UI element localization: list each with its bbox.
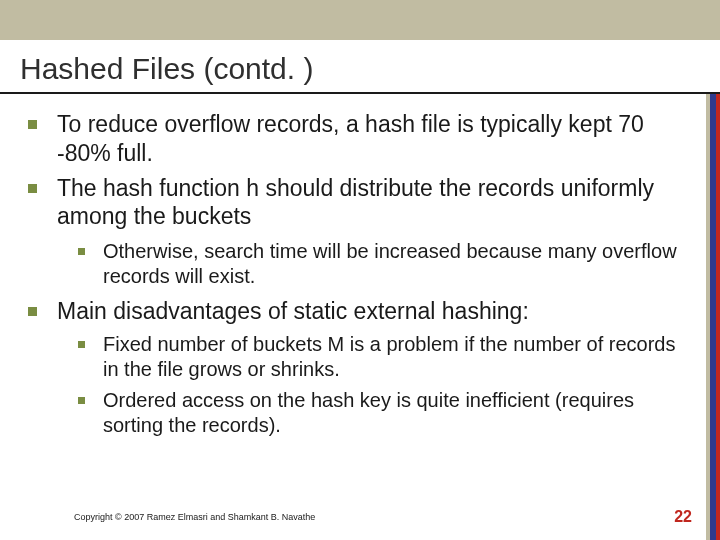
slide-title: Hashed Files (contd. ) [20,52,313,86]
square-bullet-icon [28,120,37,129]
title-underline [0,92,720,94]
bullet-text: The hash function h should distribute th… [57,174,690,232]
bullet-item: To reduce overflow records, a hash file … [28,110,690,168]
bullet-item: Main disadvantages of static external ha… [28,297,690,326]
right-stripe-red [716,94,720,540]
header-band [0,0,720,40]
square-bullet-icon [78,248,85,255]
bullet-text: Main disadvantages of static external ha… [57,297,690,326]
bullet-item: The hash function h should distribute th… [28,174,690,232]
sub-bullet-text: Ordered access on the hash key is quite … [103,388,690,438]
content-area: To reduce overflow records, a hash file … [28,110,690,442]
square-bullet-icon [78,341,85,348]
sub-bullet-item: Fixed number of buckets M is a problem i… [78,332,690,382]
sub-bullet-item: Ordered access on the hash key is quite … [78,388,690,438]
sub-bullet-item: Otherwise, search time will be increased… [78,239,690,289]
copyright-text: Copyright © 2007 Ramez Elmasri and Shamk… [74,512,315,522]
page-number: 22 [674,508,692,526]
sub-bullet-text: Fixed number of buckets M is a problem i… [103,332,690,382]
square-bullet-icon [78,397,85,404]
sub-bullet-text: Otherwise, search time will be increased… [103,239,690,289]
square-bullet-icon [28,184,37,193]
bullet-text: To reduce overflow records, a hash file … [57,110,690,168]
square-bullet-icon [28,307,37,316]
